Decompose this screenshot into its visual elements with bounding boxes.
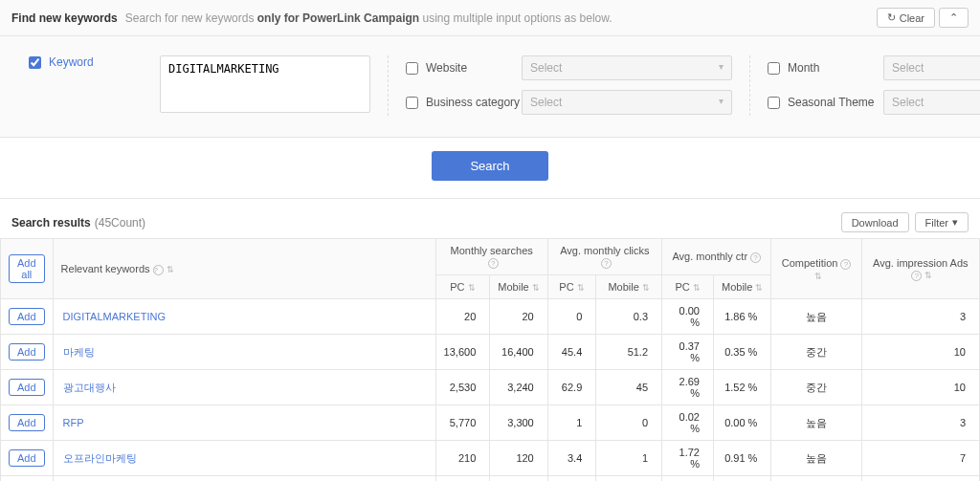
cell-pc-searches: 13,600: [435, 335, 490, 370]
website-label: Website: [426, 61, 522, 75]
cell-impressions: 15: [861, 476, 979, 482]
col-searches-mobile[interactable]: Mobile⇅: [490, 275, 547, 299]
search-button[interactable]: Search: [432, 151, 547, 181]
header-bar: Find new keywords Search for new keyword…: [0, 0, 980, 36]
add-button[interactable]: Add: [9, 343, 45, 361]
col-avg-ctr: Avg. monthly ctr?: [662, 239, 771, 275]
table-row: Add광고대행사2,5303,24062.9452.69 %1.52 %중간10: [1, 370, 980, 405]
cell-pc-clicks: 45.4: [547, 335, 596, 370]
sort-icon[interactable]: ⇅: [755, 283, 763, 293]
add-button[interactable]: Add: [9, 414, 45, 431]
sort-icon[interactable]: ⇅: [814, 272, 822, 281]
help-icon[interactable]: ?: [911, 271, 922, 281]
chevron-down-icon: ▾: [952, 216, 958, 229]
col-avg-clicks: Avg. monthly clicks?: [547, 239, 661, 275]
help-icon[interactable]: ?: [840, 259, 851, 270]
month-checkbox[interactable]: [768, 62, 780, 75]
cell-pc-clicks: 0: [547, 299, 596, 335]
keyword-link[interactable]: 마케팅: [53, 335, 435, 370]
website-checkbox[interactable]: [406, 62, 418, 75]
cell-mobile-ctr: 0.00 %: [714, 405, 771, 441]
sort-icon[interactable]: ⇅: [577, 283, 585, 293]
col-clicks-pc[interactable]: PC⇅: [547, 275, 596, 299]
sort-icon[interactable]: ⇅: [924, 271, 932, 280]
col-ctr-pc[interactable]: PC⇅: [662, 275, 714, 299]
bizcategory-checkbox[interactable]: [406, 97, 418, 109]
help-icon[interactable]: ?: [488, 258, 499, 269]
season-select[interactable]: Select: [883, 90, 980, 115]
bizcategory-select[interactable]: Select: [522, 90, 732, 115]
help-icon[interactable]: ?: [750, 252, 761, 263]
keyword-checkbox[interactable]: [29, 56, 41, 69]
cell-mobile-ctr: 0.91 %: [714, 441, 771, 476]
results-header: Search results (45Count) Download Filter…: [0, 199, 980, 238]
filter-button[interactable]: Filter ▾: [915, 212, 969, 232]
page-subtitle: Search for new keywords only for PowerLi…: [125, 11, 612, 25]
cell-mobile-clicks: 0.3: [596, 299, 662, 335]
sort-icon[interactable]: ⇅: [532, 283, 540, 293]
cell-pc-clicks: 5.8: [547, 476, 596, 482]
cell-impressions: 10: [861, 370, 979, 405]
results-count: (45Count): [95, 216, 145, 230]
cell-pc-clicks: 3.4: [547, 441, 596, 476]
cell-impressions: 7: [861, 441, 979, 476]
search-bar: Search: [0, 138, 980, 199]
sort-icon[interactable]: ⇅: [468, 283, 476, 293]
cell-pc-clicks: 62.9: [547, 370, 596, 405]
season-checkbox[interactable]: [768, 97, 780, 109]
cell-mobile-searches: 20: [490, 299, 547, 335]
cell-mobile-ctr: 1.52 %: [714, 370, 771, 405]
cell-pc-clicks: 1: [547, 405, 596, 441]
cell-mobile-clicks: 51.2: [596, 335, 662, 370]
cell-competition: 높음: [771, 299, 861, 335]
keyword-link[interactable]: DIGITALMARKETING: [53, 299, 435, 335]
refresh-icon: ↻: [887, 11, 896, 24]
keyword-link[interactable]: 오프라인마케팅: [53, 441, 435, 476]
download-button[interactable]: Download: [841, 212, 909, 232]
cell-pc-searches: 360: [435, 476, 490, 482]
add-button[interactable]: Add: [9, 308, 45, 325]
col-competition[interactable]: Competition?⇅: [771, 239, 861, 299]
table-row: AddRFP5,7703,300100.02 %0.00 %높음3: [1, 405, 980, 441]
cell-impressions: 3: [861, 299, 979, 335]
website-select[interactable]: Select: [522, 55, 732, 80]
cell-mobile-clicks: 45: [596, 370, 662, 405]
col-relevant[interactable]: Relevant keywords?⇅: [53, 239, 435, 299]
collapse-button[interactable]: ⌃: [939, 8, 969, 28]
col-searches-pc[interactable]: PC⇅: [435, 275, 490, 299]
clear-button[interactable]: ↻Clear: [877, 8, 935, 28]
help-icon[interactable]: ?: [601, 258, 612, 269]
sort-icon[interactable]: ⇅: [642, 283, 650, 293]
cell-competition: 높음: [771, 476, 861, 482]
col-monthly-searches: Monthly searches?: [435, 239, 547, 275]
keyword-link[interactable]: 광고대행사: [53, 370, 435, 405]
table-row: Add오프라인마케팅2101203.411.72 %0.91 %높음7: [1, 441, 980, 476]
cell-competition: 높음: [771, 405, 861, 441]
cell-mobile-ctr: 1.86 %: [714, 299, 771, 335]
table-row: Add마케팅13,60016,40045.451.20.37 %0.35 %중간…: [1, 335, 980, 370]
col-impressions[interactable]: Avg. impression Ads?⇅: [861, 239, 979, 299]
filter-panel: Keyword Website Select Business category…: [0, 36, 980, 138]
keyword-input[interactable]: [160, 55, 370, 113]
cell-pc-searches: 5,770: [435, 405, 490, 441]
col-clicks-mobile[interactable]: Mobile⇅: [596, 275, 662, 299]
season-label: Seasonal Theme: [788, 96, 883, 109]
chevron-up-icon: ⌃: [949, 11, 958, 24]
cell-mobile-clicks: 0: [596, 405, 662, 441]
add-all-button[interactable]: Add all: [9, 254, 45, 283]
cell-competition: 높음: [771, 441, 861, 476]
cell-mobile-clicks: 6.8: [596, 476, 662, 482]
cell-pc-ctr: 0.02 %: [662, 405, 714, 441]
add-button[interactable]: Add: [9, 449, 45, 467]
keyword-link[interactable]: 마케팅업체: [53, 476, 435, 482]
sort-icon[interactable]: ⇅: [693, 283, 701, 293]
cell-mobile-searches: 3,300: [490, 405, 547, 441]
cell-pc-ctr: 1.72 %: [662, 441, 714, 476]
col-ctr-mobile[interactable]: Mobile⇅: [714, 275, 771, 299]
sort-icon[interactable]: ⇅: [167, 265, 174, 274]
help-icon[interactable]: ?: [153, 265, 164, 275]
add-button[interactable]: Add: [9, 379, 45, 396]
keyword-link[interactable]: RFP: [53, 405, 435, 441]
cell-impressions: 3: [861, 405, 979, 441]
month-select[interactable]: Select: [883, 55, 980, 80]
